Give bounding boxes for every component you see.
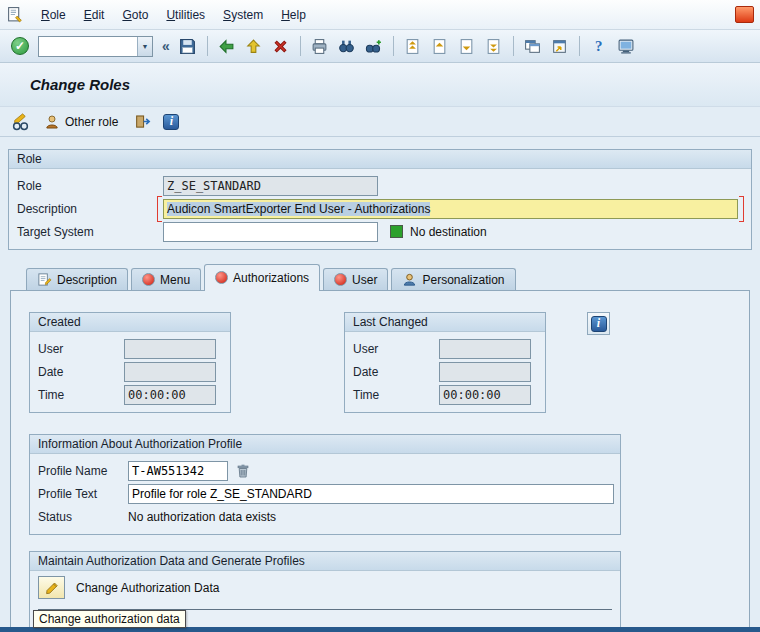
menu-item-goto[interactable]: Goto — [113, 4, 157, 26]
last-page-button[interactable] — [482, 34, 506, 58]
created-section: Created User Date Time — [29, 312, 231, 413]
command-input[interactable] — [39, 37, 137, 56]
trash-icon — [235, 463, 251, 479]
tab-label: Description — [57, 273, 117, 287]
role-row: Role — [9, 174, 751, 197]
personalization-tab-icon — [402, 272, 417, 287]
profile-section: Information About Authorization Profile … — [29, 434, 621, 535]
first-page-button[interactable] — [401, 34, 425, 58]
save-icon — [179, 38, 196, 55]
toolbar-separator — [579, 36, 580, 56]
target-system-row: Target System No destination — [9, 220, 751, 243]
red-status-icon — [215, 271, 228, 284]
last-page-icon — [485, 38, 502, 55]
other-role-button[interactable]: Other role — [37, 110, 125, 134]
delete-profile-button[interactable] — [232, 460, 254, 482]
print-button[interactable] — [308, 34, 332, 58]
green-status-led-icon — [390, 225, 403, 238]
toolbar-separator — [393, 36, 394, 56]
created-time-label: Time — [38, 388, 124, 402]
create-shortcut-icon — [551, 38, 568, 55]
find-button[interactable] — [335, 34, 359, 58]
customize-layout-button[interactable] — [614, 34, 638, 58]
other-role-label: Other role — [65, 115, 118, 129]
target-system-input[interactable] — [163, 222, 378, 242]
created-header: Created — [30, 313, 230, 332]
menu-item-system[interactable]: System — [214, 4, 272, 26]
last-changed-user-label: User — [353, 342, 439, 356]
change-authorization-data-button[interactable] — [38, 576, 65, 599]
close-session-button[interactable] — [735, 6, 754, 23]
display-change-toggle-button[interactable] — [8, 110, 32, 134]
tab-strip: Description Menu Authorizations User Per… — [0, 263, 760, 290]
transport-button[interactable] — [130, 110, 154, 134]
selection-bracket-right — [739, 196, 744, 222]
help-icon: ? — [595, 38, 603, 55]
collapse-toolbar-icon[interactable]: « — [159, 38, 173, 54]
menu-item-utilities[interactable]: Utilities — [157, 4, 214, 26]
previous-page-button[interactable] — [428, 34, 452, 58]
change-authorization-data-label[interactable]: Change Authorization Data — [76, 581, 219, 595]
description-input[interactable]: Audicon SmartExporter End User - Authori… — [163, 199, 738, 219]
tab-personalization[interactable]: Personalization — [391, 268, 515, 290]
description-value: Audicon SmartExporter End User - Authori… — [167, 202, 430, 216]
chevron-down-icon[interactable]: ▼ — [137, 37, 152, 56]
find-icon — [338, 38, 355, 55]
maintain-section-header: Maintain Authorization Data and Generate… — [30, 552, 620, 571]
check-icon: ✓ — [11, 37, 29, 55]
continue-button[interactable]: ✓ — [8, 34, 32, 58]
monitor-icon — [617, 38, 635, 55]
last-changed-user-input — [439, 339, 531, 359]
tab-label: User — [352, 273, 377, 287]
status-label: Status — [38, 510, 128, 524]
role-label: Role — [17, 179, 163, 193]
tab-user[interactable]: User — [323, 268, 388, 290]
exit-icon — [245, 38, 262, 55]
tab-menu[interactable]: Menu — [131, 268, 201, 290]
description-row: Description Audicon SmartExporter End Us… — [9, 197, 751, 220]
tab-label: Personalization — [422, 273, 504, 287]
create-shortcut-button[interactable] — [548, 34, 572, 58]
previous-page-icon — [431, 38, 448, 55]
last-changed-date-input — [439, 362, 531, 382]
standard-toolbar: ✓ ▼ « — [0, 30, 760, 63]
save-button[interactable] — [176, 34, 200, 58]
tab-description[interactable]: Description — [26, 268, 128, 290]
last-changed-time-label: Time — [353, 388, 439, 402]
find-next-button[interactable] — [362, 34, 386, 58]
profile-name-input[interactable] — [128, 461, 228, 481]
selection-bracket-left — [157, 196, 162, 222]
help-button[interactable]: ? — [587, 34, 611, 58]
profile-text-input[interactable] — [128, 484, 614, 504]
system-menu-icon[interactable] — [6, 6, 26, 24]
created-date-input — [124, 362, 216, 382]
pencil-icon — [44, 580, 60, 596]
document-icon — [6, 6, 24, 23]
role-input — [163, 176, 378, 196]
panel-info-button[interactable]: i — [587, 312, 610, 335]
cancel-button[interactable] — [269, 34, 293, 58]
tab-authorizations[interactable]: Authorizations — [204, 264, 320, 290]
tab-label: Authorizations — [233, 271, 309, 285]
profile-name-label: Profile Name — [38, 464, 128, 478]
profile-section-header: Information About Authorization Profile — [30, 435, 620, 454]
menu-item-edit[interactable]: Edit — [75, 4, 114, 26]
toolbar-separator — [513, 36, 514, 56]
status-value: No authorization data exists — [128, 510, 276, 524]
back-button[interactable] — [215, 34, 239, 58]
target-system-label: Target System — [17, 225, 163, 239]
info-button[interactable]: i — [159, 110, 183, 134]
info-icon: i — [591, 316, 607, 332]
menu-item-help[interactable]: Help — [272, 4, 315, 26]
new-session-button[interactable] — [521, 34, 545, 58]
next-page-button[interactable] — [455, 34, 479, 58]
created-time-input — [124, 385, 216, 405]
description-tab-icon — [37, 272, 52, 287]
red-status-icon — [334, 273, 347, 286]
menu-item-role[interactable]: Role — [32, 4, 75, 26]
description-label: Description — [17, 202, 163, 216]
command-field[interactable]: ▼ — [38, 36, 153, 57]
last-changed-time-input — [439, 385, 531, 405]
exit-button[interactable] — [242, 34, 266, 58]
toolbar-separator — [300, 36, 301, 56]
